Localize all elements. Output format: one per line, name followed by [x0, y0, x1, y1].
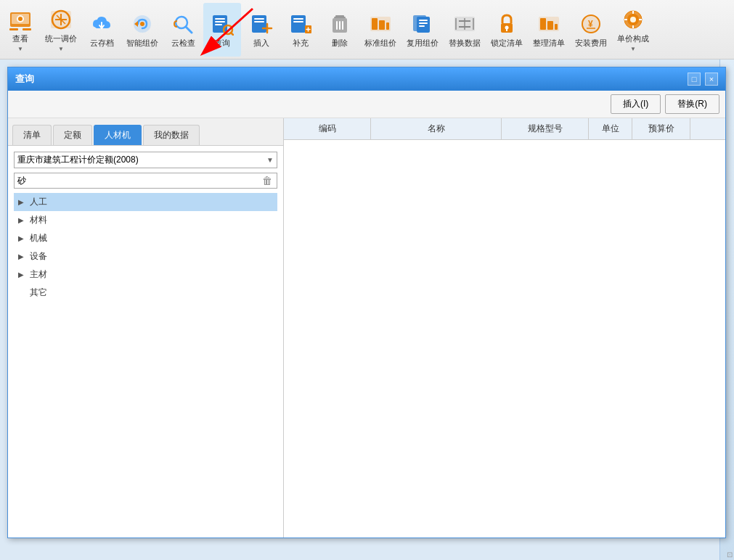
- svg-rect-28: [291, 15, 306, 33]
- svg-point-63: [630, 17, 636, 22]
- dialog-action-row: 插入(I) 替换(R): [8, 91, 725, 118]
- tree-expand-arrow-zhucai: ▶: [18, 271, 27, 279]
- tihuanshuju-icon: [452, 11, 478, 37]
- search-row: 🗑: [14, 173, 277, 189]
- toolbar-tongyitiaojia[interactable]: 统一调价 ▼: [41, 3, 81, 57]
- chakan-dropdown-arrow: ▼: [17, 46, 23, 52]
- tab-bar: 清单 定额 人材机 我的数据: [8, 118, 283, 146]
- toolbar-zhengliqingdan[interactable]: 整理清单: [529, 3, 569, 57]
- toolbar-charu-label: 插入: [253, 38, 269, 48]
- tab-dinge[interactable]: 定额: [53, 125, 92, 145]
- col-header-yusuanjia: 预算价: [632, 118, 690, 139]
- toolbar-anzhuangfeiyong-label: 安装费用: [575, 38, 607, 48]
- toolbar-biaozhunzujia[interactable]: 标准组价: [360, 3, 401, 57]
- toolbar-biaozhunzujia-label: 标准组价: [364, 38, 396, 48]
- dialog-title: 查询: [15, 73, 34, 86]
- toolbar-fuyongzujia-label: 复用组价: [407, 38, 439, 48]
- buchong-icon: [288, 11, 314, 37]
- toolbar-fuyongzujia[interactable]: 复用组价: [402, 3, 443, 57]
- dialog-title-buttons: □ ×: [688, 73, 718, 86]
- svg-rect-18: [215, 18, 225, 20]
- toolbar-charu[interactable]: 插入: [242, 3, 280, 57]
- svg-rect-7: [23, 28, 31, 30]
- svg-rect-24: [254, 18, 264, 20]
- tab-wodeshuju[interactable]: 我的数据: [143, 125, 200, 145]
- danjiagoucheng-icon: [620, 7, 646, 33]
- tree-label-rengong: 人工: [30, 196, 47, 208]
- svg-rect-45: [417, 17, 430, 33]
- tree-list: ▶ 人工 ▶ 材料 ▶ 机械: [14, 193, 277, 532]
- tongyitiaojia-icon: [48, 7, 74, 33]
- replace-button[interactable]: 替换(R): [665, 94, 719, 114]
- quota-dropdown-arrow: ▼: [266, 156, 274, 164]
- toolbar-yuncundang[interactable]: 云存档: [83, 3, 121, 57]
- zhengliqingdan-icon: [536, 11, 562, 37]
- dialog-close-button[interactable]: ×: [705, 73, 718, 86]
- search-input[interactable]: [17, 176, 261, 186]
- toolbar-tihuanshuju[interactable]: 替换数据: [444, 3, 485, 57]
- toolbar-suodingqingdan[interactable]: 锁定清单: [486, 3, 527, 57]
- toolbar-yunjiancha-label: 云检查: [171, 38, 195, 48]
- svg-rect-30: [293, 21, 303, 22]
- svg-rect-48: [419, 25, 425, 27]
- tree-item-zhucai[interactable]: ▶ 主材: [14, 265, 277, 284]
- tree-label-zhucai: 主材: [30, 268, 47, 281]
- chakan-icon: [7, 7, 33, 33]
- suodingqingdan-icon: [494, 11, 520, 37]
- svg-point-51: [505, 25, 509, 29]
- tree-item-jixie[interactable]: ▶ 机械: [14, 229, 277, 247]
- toolbar-chakan-label: 查看: [12, 34, 28, 44]
- tree-label-jixie: 机械: [30, 232, 47, 244]
- toolbar-danjiagoucheng[interactable]: 单价构成 ▼: [613, 3, 653, 57]
- toolbar-chaxun-label: 查询: [214, 38, 230, 48]
- zhinengzujia-icon: [129, 11, 155, 37]
- dialog-minimize-button[interactable]: □: [688, 73, 701, 86]
- main-area: 查询 □ × 插入(I) 替换(R) 清单 定额 人: [0, 59, 734, 560]
- right-panel: 编码 名称 规格型号 单位 预算价: [284, 118, 725, 538]
- quota-dropdown[interactable]: 重庆市建筑工程计价定额(2008) ▼: [14, 152, 277, 168]
- left-panel-inner: 重庆市建筑工程计价定额(2008) ▼ 🗑 ▶ 人工: [8, 146, 283, 538]
- shanchu-icon: [327, 11, 353, 37]
- col-header-danwei: 单位: [589, 118, 632, 139]
- toolbar-tongyitiaojia-label: 统一调价: [45, 34, 77, 44]
- left-panel: 清单 定额 人材机 我的数据 重庆市建筑工程计价定额(2008) ▼: [8, 118, 284, 538]
- yunjiancha-icon: [170, 11, 196, 37]
- toolbar: 查看 ▼ 统一调价 ▼ 云存档: [0, 0, 734, 59]
- tree-label-shebei: 设备: [30, 250, 47, 263]
- toolbar-chakan[interactable]: 查看 ▼: [1, 3, 39, 57]
- tree-item-cailiao[interactable]: ▶ 材料: [14, 211, 277, 229]
- svg-rect-47: [419, 22, 428, 24]
- svg-rect-23: [252, 15, 266, 33]
- fuyongzujia-icon: [409, 11, 436, 37]
- anzhuangfeiyong-icon: ¥: [578, 11, 604, 37]
- table-header: 编码 名称 规格型号 单位 预算价: [284, 118, 725, 140]
- dialog-body: 清单 定额 人材机 我的数据 重庆市建筑工程计价定额(2008) ▼: [8, 118, 725, 538]
- toolbar-shanchu-label: 删除: [332, 38, 348, 48]
- tab-rencaiji[interactable]: 人材机: [94, 125, 142, 145]
- svg-rect-54: [540, 18, 546, 30]
- col-header-guigexinghao: 规格型号: [502, 118, 589, 139]
- tree-item-shebei[interactable]: ▶ 设备: [14, 247, 277, 265]
- tongyitiaojia-dropdown-arrow: ▼: [58, 46, 64, 52]
- yuncundang-icon: [89, 11, 115, 37]
- tree-item-qita[interactable]: ▶ 其它: [14, 284, 277, 302]
- toolbar-anzhuangfeiyong[interactable]: ¥ 安装费用: [571, 3, 611, 57]
- svg-point-14: [140, 22, 144, 26]
- svg-rect-29: [293, 18, 303, 20]
- toolbar-chaxun[interactable]: 查询: [203, 3, 241, 57]
- toolbar-shanchu[interactable]: 删除: [321, 3, 359, 57]
- svg-rect-6: [9, 28, 18, 30]
- toolbar-yunjiancha[interactable]: 云检查: [164, 3, 202, 57]
- svg-point-5: [18, 17, 23, 21]
- toolbar-yuncundang-label: 云存档: [90, 38, 114, 48]
- toolbar-danjiagoucheng-label: 单价构成: [617, 34, 649, 44]
- svg-rect-35: [335, 15, 344, 17]
- svg-rect-56: [555, 24, 558, 30]
- insert-button[interactable]: 插入(I): [611, 94, 661, 114]
- toolbar-zhinengzujia[interactable]: 智能组价: [122, 3, 163, 57]
- toolbar-buchong[interactable]: 补充: [282, 3, 319, 57]
- tab-qingdan[interactable]: 清单: [12, 125, 52, 145]
- tree-item-rengong[interactable]: ▶ 人工: [14, 193, 277, 211]
- search-clear-button[interactable]: 🗑: [261, 175, 274, 186]
- toolbar-zhinengzujia-label: 智能组价: [126, 38, 158, 48]
